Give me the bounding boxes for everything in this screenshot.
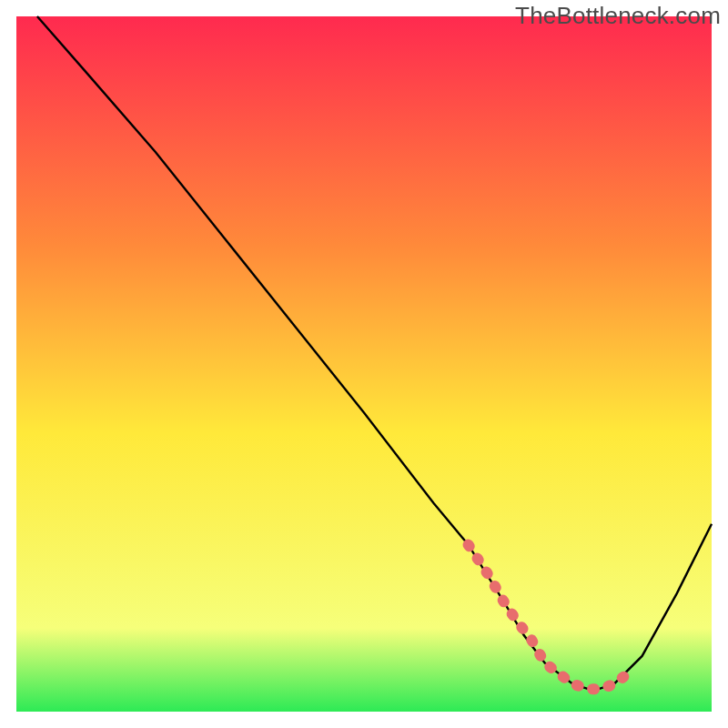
chart-container: TheBottleneck.com xyxy=(0,0,728,728)
plot-area xyxy=(0,0,728,728)
bottleneck-chart xyxy=(0,0,728,728)
gradient-bg xyxy=(16,16,712,712)
watermark-text: TheBottleneck.com xyxy=(515,2,721,30)
